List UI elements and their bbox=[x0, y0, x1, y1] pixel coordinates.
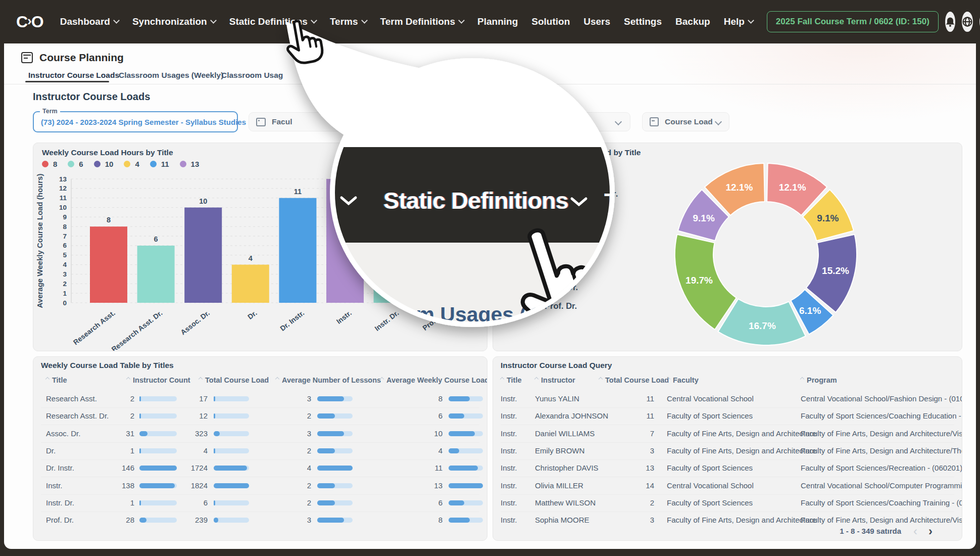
value-bar bbox=[317, 396, 353, 401]
bar-4 bbox=[279, 198, 316, 303]
table-row[interactable]: Dr.1424 bbox=[33, 442, 487, 459]
tab-classroom-usag[interactable]: Classroom Usag bbox=[221, 71, 283, 80]
cell-value: 31 bbox=[109, 425, 134, 442]
cell-value: 12 bbox=[180, 407, 208, 425]
cell-value: 17 bbox=[180, 390, 208, 407]
legend-dot bbox=[150, 161, 157, 167]
nav-item-term-definitions[interactable]: Term Definitions bbox=[380, 16, 464, 27]
sort-icon bbox=[199, 377, 203, 381]
column-header[interactable]: Total Course Load bbox=[599, 376, 669, 384]
cell-instructor: Matthew WILSON bbox=[535, 494, 596, 512]
cell-load: 11 bbox=[624, 390, 654, 407]
term-filter-label: Term bbox=[40, 108, 60, 115]
svg-text:10: 10 bbox=[59, 204, 67, 211]
cell-instructor: Yunus YALIN bbox=[535, 390, 579, 407]
value-bar bbox=[449, 483, 483, 488]
nav-item-synchronization[interactable]: Synchronization bbox=[132, 16, 216, 27]
svg-text:12.1%: 12.1% bbox=[779, 182, 806, 193]
column-header[interactable]: Average Number of Lessons bbox=[276, 376, 381, 384]
value-bar bbox=[449, 396, 483, 401]
column-header[interactable]: Title bbox=[501, 376, 522, 384]
cell-program: Faculty of Fine Arts, Design and Archite… bbox=[801, 512, 962, 529]
sort-icon bbox=[599, 377, 603, 381]
column-header[interactable]: Program bbox=[801, 376, 837, 384]
column-header[interactable]: Faculty bbox=[667, 376, 699, 384]
cell-value: 6 bbox=[415, 407, 443, 425]
legend-value: 13 bbox=[191, 160, 200, 168]
cell-title: Dr. bbox=[46, 442, 56, 459]
table-row[interactable]: Instr.1381824213 bbox=[33, 477, 487, 494]
term-filter[interactable]: Term (73) 2024 - 2023-2024 Spring Semest… bbox=[33, 111, 238, 132]
pagination-label: 1 - 8 - 349 satırda bbox=[840, 527, 901, 535]
column-header[interactable]: Title bbox=[46, 376, 67, 384]
nav-item-terms[interactable]: Terms bbox=[330, 16, 367, 27]
value-bar bbox=[317, 500, 353, 505]
cell-faculty: Faculty of Sport Sciences bbox=[667, 494, 753, 512]
table-row[interactable]: Instr.Christopher DAVIS13Faculty of Spor… bbox=[493, 459, 962, 477]
cell-faculty: Faculty of Fine Arts, Design and Archite… bbox=[667, 442, 816, 459]
value-bar bbox=[139, 413, 177, 419]
sort-icon bbox=[45, 377, 50, 381]
value-bar bbox=[139, 448, 177, 453]
nav-item-planning[interactable]: Planning bbox=[477, 16, 518, 27]
table-row[interactable]: Instr. Dr.1626 bbox=[33, 494, 487, 512]
column-header[interactable]: Instructor bbox=[535, 376, 575, 384]
nav-item-backup[interactable]: Backup bbox=[675, 16, 710, 27]
nav-item-static-definitions[interactable]: Static Definitions bbox=[229, 16, 316, 27]
pagination-prev-button[interactable]: ‹ bbox=[913, 525, 917, 537]
cell-load: 13 bbox=[624, 459, 654, 477]
table-row[interactable]: Research Asst. Dr.21226 bbox=[33, 407, 487, 425]
nav-item-label: Synchronization bbox=[132, 16, 207, 27]
cell-value: 28 bbox=[109, 512, 134, 529]
nav-item-label: Planning bbox=[477, 16, 518, 27]
cell-faculty: Faculty of Sport Sciences bbox=[667, 407, 753, 425]
table-row[interactable]: Instr.Alexandra JOHNSON11Faculty of Spor… bbox=[493, 407, 962, 425]
table-row[interactable]: Prof. Dr.2823938 bbox=[33, 512, 487, 529]
tab-classroom-usages-weekly-[interactable]: Classroom Usages (Weekly) bbox=[119, 71, 223, 80]
column-header[interactable]: Total Course Load bbox=[199, 376, 269, 384]
table-row[interactable]: Instr.Daniel WILLIAMS7Faculty of Fine Ar… bbox=[493, 425, 962, 442]
donut-chart: 12.1%9.1%15.2%6.1%16.7%19.7%9.1%12.1% bbox=[493, 143, 962, 351]
value-bar bbox=[317, 431, 353, 436]
table-row[interactable]: Assoc. Dr.31323310 bbox=[33, 425, 487, 442]
value-bar bbox=[449, 448, 483, 453]
course-load-filter[interactable]: Course Load bbox=[642, 112, 729, 131]
table-row[interactable]: Instr.Sophia MOORE3Faculty of Fine Arts,… bbox=[493, 512, 962, 529]
svg-text:Average Weekly Course Load (ho: Average Weekly Course Load (hours) bbox=[35, 174, 44, 308]
nav-item-users[interactable]: Users bbox=[583, 16, 610, 27]
language-button[interactable] bbox=[962, 12, 973, 32]
cell-program: Faculty of Sport Sciences/Coaching Train… bbox=[801, 494, 962, 512]
table-row[interactable]: Instr.Matthew WILSON2Faculty of Sport Sc… bbox=[493, 494, 962, 512]
cell-load: 3 bbox=[624, 442, 654, 459]
nav-item-dashboard[interactable]: Dashboard bbox=[60, 16, 119, 27]
query-table-card: Instructor Course Load Query TitleInstru… bbox=[493, 356, 962, 541]
chevron-down-icon bbox=[361, 17, 368, 24]
table-row[interactable]: Instr.Olivia MILLER14Central Vocational … bbox=[493, 477, 962, 494]
svg-text:Instr. Dr.: Instr. Dr. bbox=[373, 309, 400, 333]
bell-icon bbox=[945, 17, 955, 27]
nav-item-help[interactable]: Help bbox=[724, 16, 753, 27]
faculty-tag-icon bbox=[256, 118, 266, 126]
app-logo[interactable]: C›O bbox=[16, 13, 43, 31]
column-header[interactable]: Average Weekly Course Load (hours) bbox=[380, 376, 487, 384]
table-row[interactable]: Research Asst.21738 bbox=[33, 390, 487, 407]
tab-instructor-course-loads[interactable]: Instructor Course Loads bbox=[28, 71, 119, 80]
nav-item-label: Dashboard bbox=[60, 16, 110, 27]
cell-title: Instr. Dr. bbox=[46, 494, 74, 512]
nav-item-settings[interactable]: Settings bbox=[624, 16, 662, 27]
table-row[interactable]: Dr. Instr.1461724411 bbox=[33, 459, 487, 477]
sort-icon bbox=[666, 377, 670, 381]
table-row[interactable]: Instr.Emily BROWN3Faculty of Fine Arts, … bbox=[493, 442, 962, 459]
table-row[interactable]: Instr.Yunus YALIN11Central Vocational Sc… bbox=[493, 390, 962, 407]
active-term-badge[interactable]: 2025 Fall Course Term / 0602 (ID: 150) bbox=[767, 11, 939, 32]
column-header[interactable]: Instructor Count bbox=[127, 376, 190, 384]
value-bar bbox=[449, 413, 483, 419]
svg-text:Research Asst.: Research Asst. bbox=[72, 309, 117, 347]
pagination-next-button[interactable]: › bbox=[928, 525, 933, 537]
value-bar bbox=[449, 518, 483, 523]
notifications-button[interactable] bbox=[945, 12, 955, 32]
svg-text:11: 11 bbox=[60, 194, 67, 202]
nav-item-solution[interactable]: Solution bbox=[531, 16, 570, 27]
svg-text:19.7%: 19.7% bbox=[685, 275, 713, 286]
faculty-filter[interactable]: Facul bbox=[249, 112, 630, 131]
